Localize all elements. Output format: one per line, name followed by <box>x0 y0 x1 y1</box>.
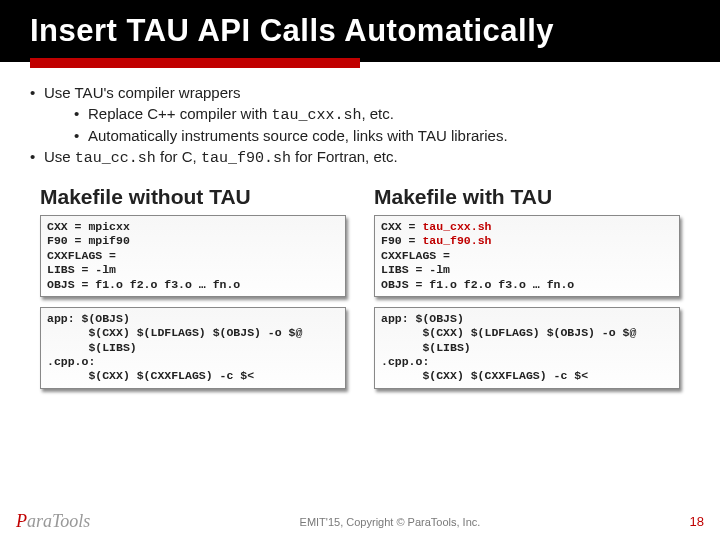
r2a: F90 = <box>381 234 422 247</box>
bullet-1-sublist: Replace C++ compiler with tau_cxx.sh, et… <box>74 105 690 144</box>
left-column: Makefile without TAU CXX = mpicxx F90 = … <box>40 185 346 399</box>
b2-pre: Use <box>44 148 75 165</box>
b2-code2: tau_f90.sh <box>201 150 291 167</box>
right-column: Makefile with TAU CXX = tau_cxx.sh F90 =… <box>374 185 680 399</box>
logo-rest: araTools <box>27 511 90 531</box>
right-code-box-2: app: $(OBJS) $(CXX) $(LDFLAGS) $(OBJS) -… <box>374 307 680 389</box>
bullet-1b: Automatically instruments source code, l… <box>74 127 690 144</box>
b1a-pre: Replace C++ compiler with <box>88 105 271 122</box>
accent-bar <box>30 58 360 68</box>
columns: Makefile without TAU CXX = mpicxx F90 = … <box>30 185 690 399</box>
title-bar: Insert TAU API Calls Automatically <box>0 0 720 62</box>
left-code-box-1: CXX = mpicxx F90 = mpif90 CXXFLAGS = LIB… <box>40 215 346 297</box>
left-code-box-2: app: $(OBJS) $(CXX) $(LDFLAGS) $(OBJS) -… <box>40 307 346 389</box>
left-heading: Makefile without TAU <box>40 185 346 209</box>
r-rest: CXXFLAGS = LIBS = -lm OBJS = f1.o f2.o f… <box>381 249 574 291</box>
r1b-hl: tau_cxx.sh <box>422 220 491 233</box>
bullet-1-text: Use TAU's compiler wrappers <box>44 84 241 101</box>
right-code-box-1: CXX = tau_cxx.sh F90 = tau_f90.sh CXXFLA… <box>374 215 680 297</box>
right-heading: Makefile with TAU <box>374 185 680 209</box>
logo: ParaTools <box>16 511 90 532</box>
logo-p: P <box>16 511 27 531</box>
bullet-2: Use tau_cc.sh for C, tau_f90.sh for Fort… <box>30 148 690 167</box>
r2b-hl: tau_f90.sh <box>422 234 491 247</box>
footer-text: EMIT'15, Copyright © ParaTools, Inc. <box>90 516 689 528</box>
b2-code1: tau_cc.sh <box>75 150 156 167</box>
bullet-1a: Replace C++ compiler with tau_cxx.sh, et… <box>74 105 690 124</box>
bullet-list: Use TAU's compiler wrappers Replace C++ … <box>30 84 690 167</box>
content-area: Use TAU's compiler wrappers Replace C++ … <box>0 62 720 399</box>
slide-title: Insert TAU API Calls Automatically <box>30 13 554 49</box>
bullet-1: Use TAU's compiler wrappers Replace C++ … <box>30 84 690 144</box>
b1a-post: , etc. <box>361 105 394 122</box>
footer: ParaTools EMIT'15, Copyright © ParaTools… <box>0 511 720 532</box>
r1a: CXX = <box>381 220 422 233</box>
page-number: 18 <box>690 514 704 529</box>
b2-mid: for C, <box>156 148 201 165</box>
b2-post: for Fortran, etc. <box>291 148 398 165</box>
b1a-code: tau_cxx.sh <box>271 107 361 124</box>
